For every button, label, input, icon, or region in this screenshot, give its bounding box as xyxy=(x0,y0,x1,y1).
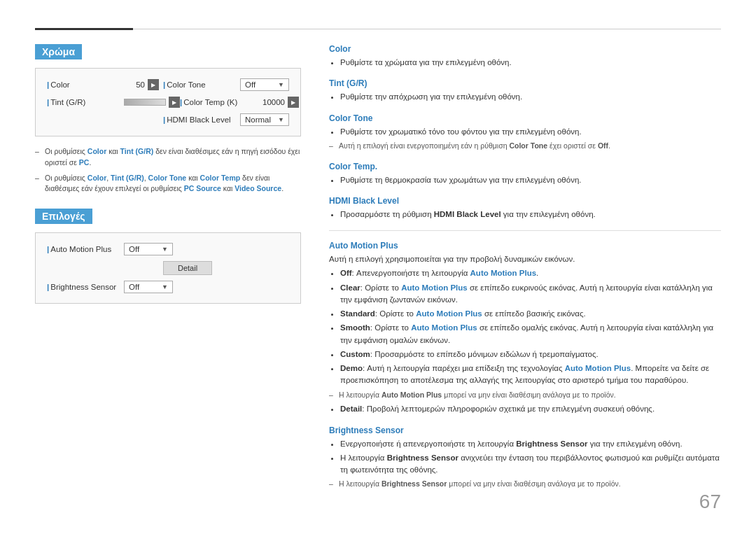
colortemp-arrow[interactable]: ▶ xyxy=(288,97,299,108)
amp-off-highlight: Auto Motion Plus xyxy=(470,269,537,277)
page-number: 67 xyxy=(699,491,721,513)
color-value: 50 ▶ xyxy=(124,79,159,90)
color-number: 50 xyxy=(124,80,145,89)
note-1-tint: Tint (G/R) xyxy=(120,147,154,155)
color-row: |Color 50 ▶ |Color Tone Off ▼ xyxy=(47,78,289,91)
xroma-section: Χρώμα |Color 50 ▶ |Color Tone xyxy=(35,44,301,195)
brightness-b2-bold: Brightness Sensor xyxy=(387,454,458,462)
detail-button[interactable]: Detail xyxy=(163,261,212,275)
note-2-color: Color xyxy=(88,174,106,182)
colortemp-bar: | xyxy=(180,98,182,106)
tint-arrow[interactable]: ▶ xyxy=(169,97,180,108)
right-column: Color Ρυθμίστε τα χρώματα για την επιλεγ… xyxy=(329,44,721,493)
right-tint-bullets: Ρυθμίστε την απόχρωση για την επιλεγμένη… xyxy=(329,91,721,103)
epiloges-section: Επιλογές |Auto Motion Plus Off ▼ xyxy=(35,209,301,304)
amp-bullet-standard: Standard: Ορίστε το Auto Motion Plus σε … xyxy=(340,308,721,320)
right-colortemp-title: Color Temp. xyxy=(329,162,721,171)
right-colortemp-bullets: Ρυθμίστε τη θερμοκρασία των χρωμάτων για… xyxy=(329,174,721,186)
right-colortemp-bullet-1: Ρυθμίστε τη θερμοκρασία των χρωμάτων για… xyxy=(340,174,721,186)
right-hdmi-bullets: Προσαρμόστε τη ρύθμιση HDMI Black Level … xyxy=(329,209,721,220)
note-2-colortone: Color Tone xyxy=(148,174,187,182)
amp-standard-bold: Standard xyxy=(340,309,375,318)
tint-bar: | xyxy=(47,98,49,106)
options-box: |Auto Motion Plus Off ▼ Detail xyxy=(35,232,301,304)
brightness-bullet-1: Ενεργοποιήστε ή απενεργοποιήστε τη λειτο… xyxy=(340,438,721,450)
hdmi-arrow-icon: ▼ xyxy=(278,116,284,123)
xroma-settings-box: |Color 50 ▶ |Color Tone Off ▼ xyxy=(35,68,301,136)
note-1-color: Color xyxy=(88,147,106,155)
amp-off-bold: Off xyxy=(340,269,352,277)
hdmi-label: |HDMI Black Level xyxy=(163,115,240,124)
colortone-arrow-icon: ▼ xyxy=(278,81,284,88)
colortone-label: |Color Tone xyxy=(163,80,240,89)
right-hdmi-bullet-1: Προσαρμόστε τη ρύθμιση HDMI Black Level … xyxy=(340,209,721,220)
right-divider-1 xyxy=(329,230,721,231)
colortone-value: Off xyxy=(245,80,255,89)
hdmi-note-bold: HDMI Black Level xyxy=(434,210,501,218)
amp-bullet-smooth: Smooth: Ορίστε το Auto Motion Plus σε επ… xyxy=(340,322,721,346)
right-amp-bullets: Off: Απενεργοποιήστε τη λειτουργία Auto … xyxy=(329,267,721,386)
amp-clear-highlight: Auto Motion Plus xyxy=(401,283,468,292)
xroma-notes: Οι ρυθμίσεις Color και Tint (G/R) δεν εί… xyxy=(35,146,301,195)
tint-row: |Tint (G/R) ▶ |Color Temp (K) 10000 ▶ xyxy=(47,97,289,108)
right-colortone-bullet-1: Ρυθμίστε τον χρωματικό τόνο του φόντου γ… xyxy=(340,126,721,138)
hdmi-bar: | xyxy=(163,115,165,124)
divider-light xyxy=(133,29,721,29)
hdmi-row: |HDMI Black Level Normal ▼ xyxy=(47,113,289,126)
divider-dark xyxy=(35,28,133,30)
brightness-row: |Brightness Sensor Off ▼ xyxy=(47,281,289,293)
amp-detail-bold: Detail xyxy=(340,405,362,413)
brightness-b1-bold: Brightness Sensor xyxy=(516,440,587,448)
amp-dropdown[interactable]: Off ▼ xyxy=(124,243,173,255)
brightness-arrow-icon: ▼ xyxy=(162,283,168,290)
right-amp-title: Auto Motion Plus xyxy=(329,241,721,251)
right-tint-title: Tint (G/R) xyxy=(329,78,721,88)
amp-custom-bold: Custom xyxy=(340,350,370,358)
epiloges-title: Επιλογές xyxy=(35,209,92,224)
amp-bullet-clear: Clear: Ορίστε το Auto Motion Plus σε επί… xyxy=(340,282,721,307)
amp-smooth-bold: Smooth xyxy=(340,323,370,332)
note-2-tint: Tint (G/R) xyxy=(111,174,144,182)
brightness-note: Η λειτουργία Brightness Sensor μπορεί να… xyxy=(329,479,721,490)
detail-row: Detail xyxy=(47,261,289,275)
right-colortone-note: Αυτή η επιλογή είναι ενεργοποιημένη εάν … xyxy=(329,141,721,152)
amp-bullet-demo: Demo: Αυτή η λειτουργία παρέχει μια επίδ… xyxy=(340,363,721,387)
hdmi-value: Normal xyxy=(245,115,271,124)
right-amp-intro: Αυτή η επιλογή χρησιμοποιείται για την π… xyxy=(329,253,721,265)
amp-arrow-icon: ▼ xyxy=(162,246,168,253)
amp-row: |Auto Motion Plus Off ▼ xyxy=(47,243,289,255)
colortone-bar: | xyxy=(163,80,165,89)
right-brightness-title: Brightness Sensor xyxy=(329,426,721,435)
right-amp-detail-bullet: Detail: Προβολή λεπτομερών πληροφοριών σ… xyxy=(329,403,721,415)
colortone-dropdown[interactable]: Off ▼ xyxy=(240,78,289,91)
amp-value: Off xyxy=(129,245,139,253)
hdmi-dropdown[interactable]: Normal ▼ xyxy=(240,113,289,126)
amp-bullet-custom: Custom: Προσαρμόστε το επίπεδο μόνιμων ε… xyxy=(340,349,721,360)
colortemp-number: 10000 xyxy=(257,98,285,106)
amp-demo-bold: Demo xyxy=(340,364,363,372)
amp-smooth-highlight: Auto Motion Plus xyxy=(411,323,477,332)
note-2-pcsource: PC Source xyxy=(184,184,221,192)
note-1-pc: PC xyxy=(79,158,90,167)
colortone-note-bold: Color Tone xyxy=(509,141,547,150)
right-colortone-bullets: Ρυθμίστε τον χρωματικό τόνο του φόντου γ… xyxy=(329,126,721,138)
brightness-bar: | xyxy=(47,283,49,291)
brightness-value: Off xyxy=(129,283,139,291)
right-color-title: Color xyxy=(329,44,721,54)
color-arrow[interactable]: ▶ xyxy=(148,79,159,90)
right-hdmi-title: HDMI Black Level xyxy=(329,196,721,206)
note-2-colortemp: Color Temp xyxy=(200,174,241,182)
brightness-dropdown[interactable]: Off ▼ xyxy=(124,281,173,293)
right-color-bullet-1: Ρυθμίστε τα χρώματα για την επιλεγμένη ο… xyxy=(340,57,721,69)
amp-bullet-detail: Detail: Προβολή λεπτομερών πληροφοριών σ… xyxy=(340,403,721,415)
color-bar: | xyxy=(47,80,49,89)
brightness-note-bold: Brightness Sensor xyxy=(382,479,447,488)
amp-bullet-off: Off: Απενεργοποιήστε τη λειτουργία Auto … xyxy=(340,267,721,279)
top-dividers xyxy=(35,28,721,30)
xroma-title: Χρώμα xyxy=(35,44,82,59)
right-colortone-title: Color Tone xyxy=(329,113,721,123)
note-2: Οι ρυθμίσεις Color, Tint (G/R), Color To… xyxy=(35,173,301,195)
amp-clear-bold: Clear xyxy=(340,283,360,292)
amp-note-1: Η λειτουργία Auto Motion Plus μπορεί να … xyxy=(329,390,721,401)
right-brightness-bullets: Ενεργοποιήστε ή απενεργοποιήστε τη λειτο… xyxy=(329,438,721,477)
